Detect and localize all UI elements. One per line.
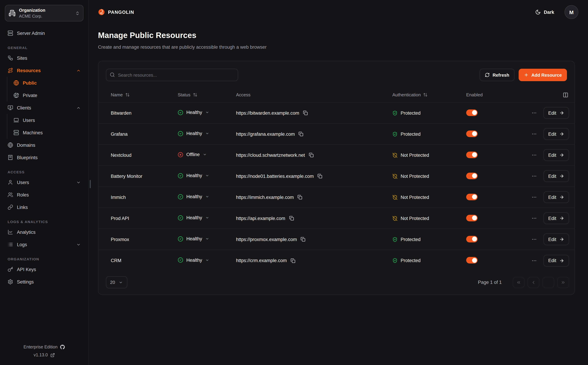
- avatar[interactable]: M: [565, 5, 578, 19]
- edition-link[interactable]: Enterprise Edition: [5, 345, 83, 350]
- edit-button[interactable]: Edit: [543, 255, 569, 267]
- sort-authentication[interactable]: Authentication: [392, 92, 428, 97]
- sidebar-section-label: GENERAL: [7, 46, 81, 50]
- shield-off-icon: [392, 195, 397, 200]
- auth-label: Not Protected: [401, 195, 429, 200]
- search-icon: [110, 72, 115, 77]
- sidebar-item-links[interactable]: Links: [5, 201, 83, 213]
- shield-check-icon: [392, 237, 397, 242]
- sidebar-item-roles[interactable]: Roles: [5, 189, 83, 201]
- row-menu-button[interactable]: [531, 194, 537, 200]
- app-root: Organization ACME Corp. Server Admin GEN…: [0, 0, 588, 365]
- status-select[interactable]: Healthy: [178, 173, 209, 178]
- sidebar-item-sites[interactable]: Sites: [5, 52, 83, 64]
- sidebar-item-logs[interactable]: Logs: [5, 238, 83, 251]
- chevron-down-icon: [205, 132, 209, 135]
- sidebar-item-public[interactable]: Public: [11, 77, 83, 89]
- sidebar-item-machines[interactable]: Machines: [11, 126, 83, 139]
- scrollbar-thumb[interactable]: [90, 180, 91, 188]
- ellipsis-icon: [531, 110, 537, 116]
- status-select[interactable]: Offline: [178, 152, 207, 157]
- edit-button[interactable]: Edit: [543, 107, 569, 119]
- enabled-toggle[interactable]: [466, 194, 478, 200]
- version-link[interactable]: v1.13.0: [5, 353, 83, 358]
- enabled-toggle[interactable]: [466, 257, 478, 263]
- edit-button[interactable]: Edit: [543, 191, 569, 203]
- enabled-toggle[interactable]: [466, 173, 478, 179]
- sidebar-item-private[interactable]: Private: [11, 89, 83, 102]
- org-selector[interactable]: Organization ACME Corp.: [5, 5, 83, 21]
- enabled-toggle[interactable]: [466, 130, 478, 137]
- arrow-right-icon: [559, 195, 564, 200]
- search-box: [106, 69, 238, 81]
- sidebar-item-server-admin[interactable]: Server Admin: [5, 27, 83, 39]
- github-icon: [60, 345, 65, 350]
- sort-status[interactable]: Status: [178, 92, 197, 97]
- column-visibility-button[interactable]: [562, 91, 569, 98]
- sidebar-item-settings[interactable]: Settings: [5, 276, 83, 288]
- row-menu-button[interactable]: [531, 152, 537, 158]
- edit-button[interactable]: Edit: [543, 212, 569, 224]
- sidebar-item-domains[interactable]: Domains: [5, 139, 83, 151]
- enabled-toggle[interactable]: [466, 236, 478, 242]
- status-select[interactable]: Healthy: [178, 110, 209, 115]
- sort-icon: [125, 92, 130, 97]
- copy-url-button[interactable]: [317, 174, 322, 179]
- sidebar-item-analytics[interactable]: Analytics: [5, 226, 83, 238]
- next-page-button[interactable]: undefined: [542, 277, 554, 288]
- arrow-right-icon: [559, 153, 564, 157]
- last-page-button[interactable]: [557, 277, 569, 288]
- copy-url-button[interactable]: [299, 132, 303, 136]
- row-menu-button[interactable]: [531, 131, 537, 137]
- row-menu-button[interactable]: [531, 110, 537, 116]
- status-select[interactable]: Healthy: [178, 257, 209, 263]
- copy-url-button[interactable]: [298, 195, 302, 200]
- sidebar-item-api-keys[interactable]: API Keys: [5, 263, 83, 276]
- sidebar-item-users[interactable]: Users: [5, 176, 83, 189]
- globe-icon: [14, 80, 19, 86]
- sidebar-item-users[interactable]: Users: [11, 114, 83, 126]
- page-size-select[interactable]: 20: [106, 276, 127, 288]
- status-select[interactable]: Healthy: [178, 236, 209, 242]
- sidebar-item-clients[interactable]: Clients: [5, 102, 83, 114]
- edit-button[interactable]: Edit: [543, 233, 569, 245]
- edit-button[interactable]: Edit: [543, 128, 569, 140]
- row-menu-button[interactable]: [531, 237, 537, 242]
- copy-url-button[interactable]: [291, 258, 295, 263]
- search-input[interactable]: [106, 69, 238, 81]
- row-menu-button[interactable]: [531, 258, 537, 263]
- copy-url-button[interactable]: [289, 216, 294, 221]
- copy-url-button[interactable]: [309, 153, 314, 157]
- sidebar-item-resources[interactable]: Resources: [5, 64, 83, 77]
- sidebar-item-label: Private: [23, 93, 37, 98]
- sidebar-item-blueprints[interactable]: Blueprints: [5, 151, 83, 164]
- sidebar-item-label: Analytics: [17, 230, 35, 235]
- row-menu-button[interactable]: [531, 173, 537, 179]
- status-select[interactable]: Healthy: [178, 215, 209, 220]
- table-toolbar: Refresh Add Resource: [106, 69, 567, 81]
- status-select[interactable]: Healthy: [178, 131, 209, 136]
- sidebar-item-label: Domains: [17, 142, 35, 148]
- previous-page-button[interactable]: [528, 277, 539, 288]
- theme-toggle-button[interactable]: Dark: [533, 9, 556, 15]
- column-header-enabled: Enabled: [466, 92, 525, 97]
- copy-url-button[interactable]: [301, 237, 306, 242]
- enabled-toggle[interactable]: [466, 215, 478, 221]
- first-page-button[interactable]: [513, 277, 525, 288]
- refresh-button[interactable]: Refresh: [480, 69, 514, 81]
- resource-url: https://node01.batteries.example.com: [236, 174, 314, 179]
- edit-button[interactable]: Edit: [543, 170, 569, 182]
- sidebar-item-label: API Keys: [17, 267, 36, 272]
- status-label: Healthy: [186, 110, 202, 115]
- enabled-toggle[interactable]: [466, 109, 478, 116]
- circle-check-icon: [178, 131, 183, 136]
- copy-url-button[interactable]: [303, 111, 308, 115]
- status-select[interactable]: Healthy: [178, 194, 209, 199]
- enabled-toggle[interactable]: [466, 151, 478, 158]
- sort-name[interactable]: Name: [111, 92, 130, 97]
- sidebar-item-label: Users: [17, 180, 29, 185]
- edit-button[interactable]: Edit: [543, 149, 569, 161]
- add-resource-button[interactable]: Add Resource: [519, 69, 567, 81]
- row-menu-button[interactable]: [531, 216, 537, 221]
- resource-name: Proxmox: [111, 237, 178, 242]
